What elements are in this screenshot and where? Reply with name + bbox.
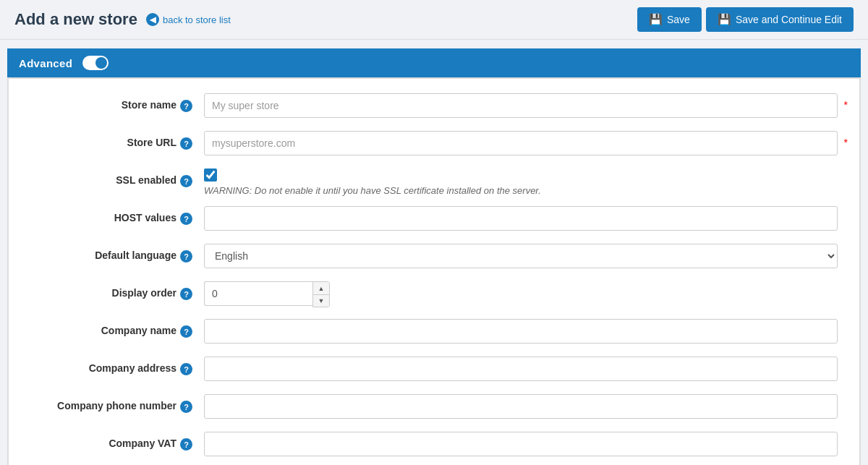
back-link-label: back to store list <box>163 14 231 25</box>
store-name-label: Store name <box>122 99 176 111</box>
advanced-toggle[interactable] <box>82 56 109 70</box>
company-address-label-cell: Company address ? <box>30 357 204 375</box>
ssl-checkbox[interactable] <box>204 168 217 182</box>
company-phone-label: Company phone number <box>57 400 176 411</box>
store-url-input[interactable] <box>204 131 838 155</box>
advanced-bar: Advanced <box>7 48 861 77</box>
store-name-label-cell: Store name ? <box>30 93 204 112</box>
save-continue-label: Save and Continue Edit <box>736 14 842 25</box>
company-address-row: Company address ? <box>30 357 838 385</box>
back-to-store-list-link[interactable]: ◀ back to store list <box>146 13 231 26</box>
save-label: Save <box>667 14 690 25</box>
default-language-select[interactable]: English French Spanish German <box>204 244 838 268</box>
company-phone-input[interactable] <box>204 394 838 419</box>
company-phone-field-cell <box>204 394 838 419</box>
ssl-label-cell: SSL enabled ? <box>30 168 204 187</box>
spinner-buttons: ▲ ▼ <box>312 281 330 307</box>
save-continue-button[interactable]: 💾 Save and Continue Edit <box>706 7 854 32</box>
page-wrapper: Advanced Store name ? * Store URL ? <box>0 48 868 465</box>
display-order-help-icon[interactable]: ? <box>180 288 192 300</box>
ssl-enabled-row: SSL enabled ? WARNING: Do not enable it … <box>30 168 838 197</box>
display-order-field-cell: ▲ ▼ <box>204 281 838 307</box>
ssl-label: SSL enabled <box>116 174 176 186</box>
store-url-row: Store URL ? * <box>30 131 838 160</box>
company-name-help-icon[interactable]: ? <box>180 325 192 338</box>
default-language-label: Default language <box>95 249 176 261</box>
save-button[interactable]: 💾 Save <box>637 7 702 32</box>
company-phone-label-cell: Company phone number ? <box>30 394 204 413</box>
store-url-label: Store URL <box>127 137 176 148</box>
host-values-help-icon[interactable]: ? <box>180 213 192 225</box>
save-continue-icon: 💾 <box>718 13 731 26</box>
default-language-label-cell: Default language ? <box>30 244 204 263</box>
store-name-field-cell: * <box>204 93 838 118</box>
advanced-label: Advanced <box>19 57 72 69</box>
company-address-help-icon[interactable]: ? <box>180 363 192 375</box>
form-card: Store name ? * Store URL ? * <box>7 77 861 465</box>
company-name-label: Company name <box>101 325 176 336</box>
header-buttons: 💾 Save 💾 Save and Continue Edit <box>637 7 854 32</box>
store-name-required: * <box>844 99 848 111</box>
display-order-row: Display order ? ▲ ▼ <box>30 281 838 310</box>
store-url-help-icon[interactable]: ? <box>180 137 192 150</box>
company-address-field-cell <box>204 357 838 381</box>
host-values-field-cell <box>204 206 838 231</box>
store-name-row: Store name ? * <box>30 93 838 122</box>
store-url-required: * <box>844 137 848 148</box>
store-url-label-cell: Store URL ? <box>30 131 204 150</box>
display-order-label-cell: Display order ? <box>30 281 204 300</box>
display-order-spinner: ▲ ▼ <box>204 281 349 307</box>
company-name-field-cell <box>204 319 838 344</box>
ssl-check-row <box>204 168 838 182</box>
company-vat-help-icon[interactable]: ? <box>180 438 192 451</box>
spinner-up-button[interactable]: ▲ <box>313 282 329 294</box>
company-vat-label: Company VAT <box>109 438 176 449</box>
host-values-row: HOST values ? <box>30 206 838 235</box>
spinner-down-button[interactable]: ▼ <box>313 294 329 307</box>
ssl-help-icon[interactable]: ? <box>180 175 192 187</box>
store-url-field-cell: * <box>204 131 838 155</box>
company-vat-row: Company VAT ? <box>30 432 838 461</box>
company-phone-help-icon[interactable]: ? <box>180 401 192 413</box>
company-vat-label-cell: Company VAT ? <box>30 432 204 451</box>
company-address-input[interactable] <box>204 357 838 381</box>
header-left: Add a new store ◀ back to store list <box>14 10 231 29</box>
back-circle-icon: ◀ <box>146 13 159 26</box>
ssl-warning: WARNING: Do not enable it until you have… <box>204 185 838 196</box>
company-vat-input[interactable] <box>204 432 838 456</box>
display-order-input[interactable] <box>204 281 312 306</box>
company-vat-field-cell <box>204 432 838 456</box>
company-name-label-cell: Company name ? <box>30 319 204 338</box>
default-language-row: Default language ? English French Spanis… <box>30 244 838 273</box>
display-order-label: Display order <box>112 287 176 299</box>
form-container: Store name ? * Store URL ? * <box>8 78 860 465</box>
host-values-label-cell: HOST values ? <box>30 206 204 225</box>
default-language-help-icon[interactable]: ? <box>180 250 192 263</box>
host-values-label: HOST values <box>114 212 176 223</box>
default-language-field-cell: English French Spanish German <box>204 244 838 268</box>
company-name-row: Company name ? <box>30 319 838 348</box>
host-values-input[interactable] <box>204 206 838 231</box>
ssl-field-cell: WARNING: Do not enable it until you have… <box>204 168 838 196</box>
save-icon: 💾 <box>649 13 663 26</box>
page-header: Add a new store ◀ back to store list 💾 S… <box>0 0 868 40</box>
company-name-input[interactable] <box>204 319 838 344</box>
store-name-help-icon[interactable]: ? <box>180 100 192 112</box>
store-name-input[interactable] <box>204 93 838 118</box>
company-address-label: Company address <box>89 362 176 374</box>
page-title: Add a new store <box>14 10 137 29</box>
company-phone-row: Company phone number ? <box>30 394 838 423</box>
